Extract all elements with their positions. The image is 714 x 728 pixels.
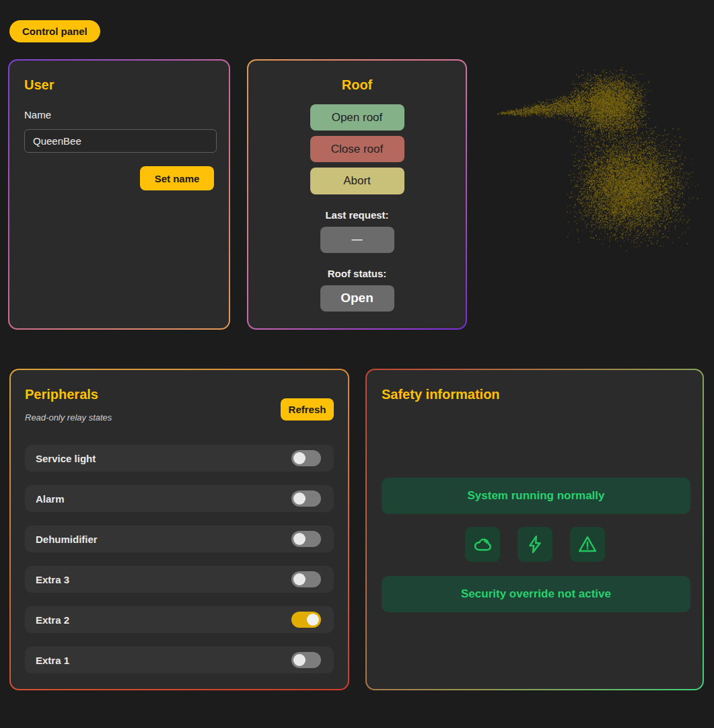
toggle-knob (293, 573, 306, 585)
relay-label: Service light (36, 453, 96, 464)
peripherals-card-title: Peripherals (25, 387, 112, 402)
relay-row: Extra 3 (25, 566, 334, 593)
control-panel-button[interactable]: Control panel (9, 20, 100, 42)
relay-toggle[interactable] (291, 571, 321, 587)
abort-button[interactable]: Abort (310, 168, 404, 194)
relay-toggle[interactable] (291, 450, 321, 466)
relay-row: Extra 1 (25, 647, 334, 674)
name-label: Name (24, 109, 214, 120)
relay-label: Extra 2 (36, 614, 69, 626)
cloud-icon (465, 527, 500, 562)
toggle-knob (293, 533, 306, 545)
relay-row: Alarm (25, 485, 334, 512)
lightning-icon (517, 527, 552, 562)
relay-row: Extra 2 (25, 606, 334, 633)
last-request-label: Last request: (325, 209, 388, 221)
relay-label: Alarm (36, 493, 65, 505)
safety-card-title: Safety information (382, 387, 688, 402)
warning-icon (570, 527, 605, 562)
last-request-value: — (320, 227, 394, 253)
relay-toggle[interactable] (291, 612, 321, 628)
relay-label: Extra 1 (36, 655, 69, 666)
name-input[interactable] (24, 129, 217, 153)
toggle-knob (293, 654, 306, 666)
peripherals-subtitle: Read-only relay states (25, 412, 112, 423)
toggle-knob (307, 614, 319, 626)
relay-toggle[interactable] (291, 531, 321, 547)
safety-icon-row (382, 527, 688, 562)
relay-toggle[interactable] (291, 652, 321, 668)
relay-list: Service lightAlarmDehumidifierExtra 3Ext… (25, 445, 334, 674)
refresh-button[interactable]: Refresh (281, 398, 334, 421)
relay-toggle[interactable] (291, 490, 321, 507)
roof-card: Roof Open roof Close roof Abort Last req… (247, 59, 467, 330)
toggle-knob (293, 493, 306, 505)
close-roof-button[interactable]: Close roof (310, 136, 404, 162)
open-roof-button[interactable]: Open roof (310, 104, 404, 131)
roof-status-value: Open (320, 285, 394, 312)
roof-card-title: Roof (342, 77, 373, 93)
user-card-title: User (24, 77, 214, 93)
user-card: User Name Set name (8, 59, 230, 330)
security-override-banner: Security override not active (382, 576, 690, 612)
relay-row: Service light (25, 445, 334, 472)
toggle-knob (293, 452, 306, 464)
system-status-banner: System running normally (382, 478, 690, 514)
relay-row: Dehumidifier (25, 525, 334, 552)
particle-bird-illustration (487, 51, 709, 256)
relay-label: Extra 3 (36, 574, 69, 585)
control-panel-app: Control panel User Name Set name Roof Op… (0, 0, 714, 728)
safety-card: Safety information System running normal… (365, 369, 704, 690)
relay-label: Dehumidifier (36, 534, 98, 545)
set-name-button[interactable]: Set name (140, 166, 214, 190)
roof-status-label: Roof status: (328, 268, 387, 279)
peripherals-card: Peripherals Read-only relay states Refre… (9, 369, 349, 690)
